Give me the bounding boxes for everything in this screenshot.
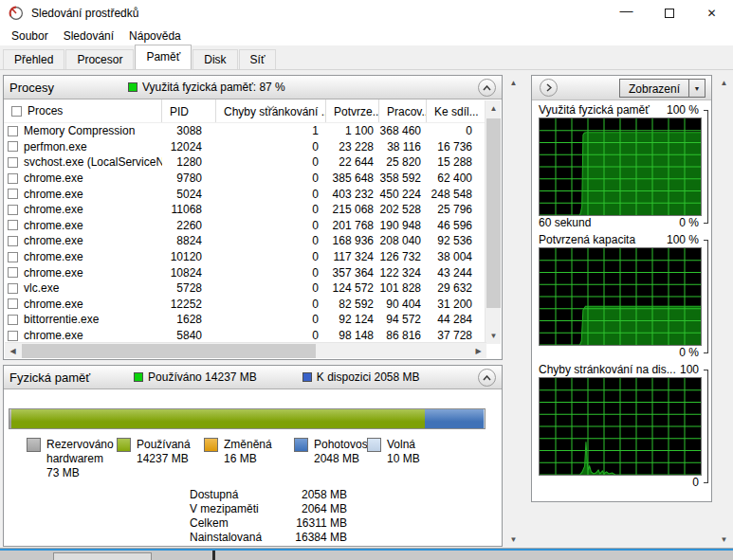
column-header-process[interactable]: Proces [4,99,162,122]
table-vertical-scrollbar[interactable]: ▲ ▼ [485,100,501,344]
menu-bar: SouborSledováníNápověda [0,27,733,45]
close-button[interactable]: ✕ [690,0,733,27]
content-area: Procesy Využitá fyzická paměť: 87 % Proc… [0,70,733,549]
row-checkbox[interactable] [8,173,18,184]
tab[interactable]: Paměť [135,45,192,69]
legend-swatch [27,438,41,452]
memory-legend-item: Změněná 16 MB [204,438,272,466]
chevron-up-icon [483,85,491,91]
table-row[interactable]: chrome.exe 9780 0 385 648 358 592 62 400 [4,171,486,187]
table-header-row: Proces PID Chyby stránkování ... Potvrze… [4,99,486,123]
memory-bar-segment [484,409,485,428]
collapse-processes-button[interactable] [478,79,496,97]
row-checkbox[interactable] [8,205,18,215]
scrollbar-thumb[interactable] [486,118,501,308]
memory-legend-item: Používaná 14237 MB [117,438,191,466]
window-vertical-scrollbar[interactable]: ▲ ▼ [716,75,732,548]
tab[interactable]: Přehled [3,49,64,69]
scroll-up-arrow[interactable]: ▲ [505,75,522,91]
chart-max-label: 100 % [667,233,699,247]
scroll-up-arrow[interactable]: ▲ [486,100,502,117]
table-horizontal-scrollbar[interactable]: ◀ ▶ [5,342,486,358]
memory-stat-row: Dostupná2058 MB [190,488,347,502]
column-header-hard-faults[interactable]: Chyby stránkování ... [216,99,326,122]
tab-bar: PřehledProcesorPaměťDiskSíť [0,45,733,70]
column-header-commit[interactable]: Potvrze... [326,99,379,122]
green-status-swatch [128,82,137,92]
maximize-button[interactable] [648,0,690,27]
menu-item[interactable]: Nápověda [121,27,189,45]
scroll-left-arrow[interactable]: ◀ [5,343,21,359]
table-row[interactable]: Memory Compression 3088 1 1 100 368 460 … [4,123,486,139]
chart-title: Chyby stránkování na dis... [539,363,676,377]
menu-item[interactable]: Sledování [56,27,121,45]
row-checkbox[interactable] [8,189,18,199]
memory-usage-chart-block: Využitá fyzická paměť 100 % 60 sekund 0 … [532,103,711,230]
memory-stat-row: Nainstalovaná16384 MB [190,531,347,545]
table-row[interactable]: vlc.exe 5728 0 124 572 101 828 29 632 [4,280,486,297]
chevron-up-icon [483,375,491,381]
row-checkbox[interactable] [8,252,18,262]
collapse-graphs-button[interactable] [540,79,558,97]
taskbar-separator [212,551,215,560]
title-bar: Sledování prostředků — ✕ [0,0,733,27]
chart-max-label: 100 [680,363,699,377]
table-row[interactable]: chrome.exe 2260 0 201 768 190 948 46 596 [4,218,486,234]
row-checkbox[interactable] [8,315,18,325]
tab[interactable]: Disk [192,49,237,69]
collapse-memory-button[interactable] [478,369,496,387]
scroll-down-arrow[interactable]: ▼ [505,532,522,548]
hard-faults-chart-block: Chyby stránkování na dis... 100 0 [532,363,711,490]
memory-legend-item: Rezervováno hardwarem 73 MB [27,438,122,480]
physical-memory-section: Fyzická paměť Používáno 14237 MB K dispo… [3,365,503,547]
memory-legend-item: Volná 10 MB [367,438,420,466]
table-row[interactable]: chrome.exe 10824 0 357 364 122 324 43 24… [4,264,486,280]
views-dropdown-button[interactable]: Zobrazení ▼ [619,79,706,98]
column-header-shareable[interactable]: Ke sdíl... [427,99,482,122]
resource-monitor-window: { "window": { "title": "Sledování prostř… [0,0,733,560]
row-checkbox[interactable] [8,157,18,168]
hard-faults-graph [539,377,702,476]
table-row[interactable]: perfmon.exe 12024 0 23 228 38 116 16 736 [4,139,486,155]
table-row[interactable]: svchost.exe (LocalServiceNo... 1280 0 22… [4,154,486,171]
table-row[interactable]: bittorrentie.exe 1628 0 92 124 94 572 44… [4,312,486,328]
scroll-right-arrow[interactable]: ▶ [470,343,486,359]
chart-scale-bracket [704,370,708,483]
row-checkbox[interactable] [8,220,18,230]
tab[interactable]: Síť [239,49,277,69]
table-row[interactable]: chrome.exe 8824 0 168 936 208 040 92 536 [4,233,486,249]
row-checkbox[interactable] [8,298,18,309]
graphs-panel: Zobrazení ▼ Využitá fyzická paměť 100 % … [531,75,712,502]
row-checkbox[interactable] [8,236,18,246]
table-row[interactable]: chrome.exe 5024 0 403 232 450 224 248 54… [4,186,486,202]
table-row[interactable]: chrome.exe 11068 0 215 068 202 528 25 79… [4,202,486,218]
scroll-up-arrow[interactable]: ▲ [716,75,732,91]
taskbar-app-button[interactable] [53,552,152,560]
pane-vertical-scrollbar[interactable]: ▲ ▼ [505,75,522,548]
row-checkbox[interactable] [8,267,18,278]
dropdown-arrow-icon: ▼ [688,80,705,97]
legend-swatch [117,438,131,452]
column-header-pid[interactable]: PID [162,99,216,122]
table-row[interactable]: chrome.exe 10120 0 117 324 126 732 38 00… [4,249,486,265]
scroll-down-arrow[interactable]: ▼ [486,328,502,344]
minimize-button[interactable]: — [605,0,648,27]
select-all-checkbox[interactable] [11,106,22,117]
row-checkbox[interactable] [8,126,18,136]
column-header-working-set[interactable]: Pracov... [379,99,427,122]
row-checkbox[interactable] [8,141,18,152]
row-checkbox[interactable] [8,283,18,294]
row-checkbox[interactable] [8,331,18,341]
table-row[interactable]: chrome.exe 5840 0 98 148 86 816 37 728 [4,328,486,343]
tab[interactable]: Procesor [65,49,134,69]
scroll-down-arrow[interactable]: ▼ [716,532,732,548]
menu-item[interactable]: Soubor [4,27,56,45]
memory-stat-row: V mezipaměti2064 MB [190,502,347,516]
graphs-panel-header: Zobrazení ▼ [532,76,711,100]
app-icon [9,6,24,21]
legend-swatch [204,438,218,452]
scrollbar-thumb[interactable] [22,344,316,358]
chart-title: Využitá fyzická paměť [539,103,650,117]
table-row[interactable]: chrome.exe 12252 0 82 592 90 404 31 200 [4,297,486,313]
chart-x-label: 60 sekund [539,216,591,230]
